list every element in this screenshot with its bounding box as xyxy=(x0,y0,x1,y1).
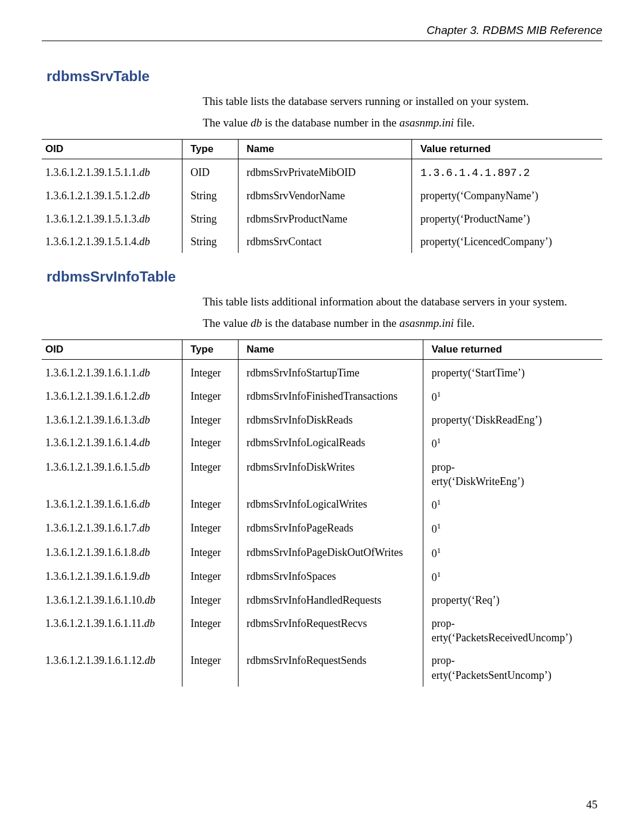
cell-type: Integer xyxy=(182,589,238,611)
col-name: Name xyxy=(238,140,411,159)
table-row: 1.3.6.1.2.1.39.1.6.1.8.dbIntegerrdbmsSrv… xyxy=(42,541,602,565)
col-name: Name xyxy=(238,340,423,360)
table-row: 1.3.6.1.2.1.39.1.6.1.5.dbIntegerrdbmsSrv… xyxy=(42,456,602,493)
cell-name: rdbmsSrvInfoRequestRecvs xyxy=(238,612,423,650)
cell-oid: 1.3.6.1.2.1.39.1.6.1.4.db xyxy=(42,431,182,455)
col-value: Value returned xyxy=(411,140,602,159)
cell-name: rdbmsSrvInfoHandledRequests xyxy=(238,589,423,611)
table-row: 1.3.6.1.2.1.39.1.6.1.2.dbIntegerrdbmsSrv… xyxy=(42,385,602,409)
cell-value: 01 xyxy=(423,431,602,455)
cell-value: 1.3.6.1.4.1.897.2 xyxy=(411,159,602,185)
chapter-header: Chapter 3. RDBMS MIB Reference xyxy=(42,24,602,41)
cell-type: Integer xyxy=(182,517,238,540)
cell-oid: 1.3.6.1.2.1.39.1.6.1.6.db xyxy=(42,493,182,517)
cell-name: rdbmsSrvInfoLogicalWrites xyxy=(238,493,423,517)
page-number: 45 xyxy=(586,798,597,811)
table-row: 1.3.6.1.2.1.39.1.6.1.3.dbIntegerrdbmsSrv… xyxy=(42,409,602,431)
table-rdbmssrvinfotable: OID Type Name Value returned 1.3.6.1.2.1… xyxy=(42,339,602,686)
cell-value: property(‘LicencedCompany’) xyxy=(411,230,602,253)
cell-value: 01 xyxy=(423,565,602,589)
cell-name: rdbmsSrvContact xyxy=(238,230,411,253)
table-row: 1.3.6.1.2.1.39.1.5.1.4.dbStringrdbmsSrvC… xyxy=(42,230,602,253)
intro-1-line1: This table lists the database servers ru… xyxy=(203,93,602,110)
intro-2-line2: The value db is the database number in t… xyxy=(203,315,602,332)
cell-name: rdbmsSrvInfoRequestSends xyxy=(238,649,423,687)
cell-oid: 1.3.6.1.2.1.39.1.6.1.5.db xyxy=(42,456,182,493)
cell-type: Integer xyxy=(182,493,238,517)
table-row: 1.3.6.1.2.1.39.1.6.1.10.dbIntegerrdbmsSr… xyxy=(42,589,602,611)
section-2-intro: This table lists additional information … xyxy=(203,293,602,331)
cell-value: 01 xyxy=(423,493,602,517)
col-oid: OID xyxy=(42,340,182,360)
cell-name: rdbmsSrvInfoPageDiskOutOfWrites xyxy=(238,541,423,565)
cell-type: Integer xyxy=(182,409,238,431)
cell-value: prop-erty(‘PacketsSentUncomp’) xyxy=(423,649,602,687)
col-type: Type xyxy=(182,140,238,159)
cell-oid: 1.3.6.1.2.1.39.1.6.1.1.db xyxy=(42,360,182,385)
cell-type: Integer xyxy=(182,565,238,589)
cell-oid: 1.3.6.1.2.1.39.1.6.1.11.db xyxy=(42,612,182,650)
intro-1-line2: The value db is the database number in t… xyxy=(203,115,602,131)
cell-oid: 1.3.6.1.2.1.39.1.5.1.1.db xyxy=(42,159,182,185)
cell-oid: 1.3.6.1.2.1.39.1.6.1.8.db xyxy=(42,541,182,565)
col-type: Type xyxy=(182,340,238,360)
cell-value: property(‘CompanyName’) xyxy=(411,184,602,207)
cell-value: 01 xyxy=(423,385,602,409)
cell-name: rdbmsSrvProductName xyxy=(238,208,411,230)
cell-name: rdbmsSrvVendorName xyxy=(238,184,411,207)
table-row: 1.3.6.1.2.1.39.1.5.1.1.dbOIDrdbmsSrvPriv… xyxy=(42,159,602,185)
cell-type: String xyxy=(182,230,238,253)
cell-name: rdbmsSrvInfoLogicalReads xyxy=(238,431,423,455)
cell-name: rdbmsSrvInfoStartupTime xyxy=(238,360,423,385)
col-oid: OID xyxy=(42,140,182,159)
cell-type: Integer xyxy=(182,456,238,493)
cell-oid: 1.3.6.1.2.1.39.1.6.1.9.db xyxy=(42,565,182,589)
table-row: 1.3.6.1.2.1.39.1.6.1.11.dbIntegerrdbmsSr… xyxy=(42,612,602,650)
cell-name: rdbmsSrvPrivateMibOID xyxy=(238,159,411,185)
cell-type: String xyxy=(182,208,238,230)
cell-type: OID xyxy=(182,159,238,185)
intro-2-line1: This table lists additional information … xyxy=(203,293,602,310)
section-title-2: rdbmsSrvInfoTable xyxy=(47,268,602,285)
section-1-intro: This table lists the database servers ru… xyxy=(203,93,602,131)
table-row: 1.3.6.1.2.1.39.1.5.1.2.dbStringrdbmsSrvV… xyxy=(42,184,602,207)
section-title-1: rdbmsSrvTable xyxy=(47,68,602,85)
cell-value: prop-erty(‘DiskWriteEng’) xyxy=(423,456,602,493)
cell-type: Integer xyxy=(182,385,238,409)
cell-type: String xyxy=(182,184,238,207)
cell-name: rdbmsSrvInfoSpaces xyxy=(238,565,423,589)
cell-oid: 1.3.6.1.2.1.39.1.6.1.12.db xyxy=(42,649,182,687)
table-row: 1.3.6.1.2.1.39.1.6.1.1.dbIntegerrdbmsSrv… xyxy=(42,360,602,385)
cell-oid: 1.3.6.1.2.1.39.1.6.1.10.db xyxy=(42,589,182,611)
cell-oid: 1.3.6.1.2.1.39.1.5.1.2.db xyxy=(42,184,182,207)
cell-value: prop-erty(‘PacketsReceivedUncomp’) xyxy=(423,612,602,650)
cell-value: property(‘StartTime’) xyxy=(423,360,602,385)
cell-name: rdbmsSrvInfoPageReads xyxy=(238,517,423,540)
cell-value: property(‘ProductName’) xyxy=(411,208,602,230)
col-value: Value returned xyxy=(423,340,602,360)
table-row: 1.3.6.1.2.1.39.1.6.1.6.dbIntegerrdbmsSrv… xyxy=(42,493,602,517)
table-row: 1.3.6.1.2.1.39.1.6.1.7.dbIntegerrdbmsSrv… xyxy=(42,517,602,540)
cell-name: rdbmsSrvInfoFinishedTransactions xyxy=(238,385,423,409)
cell-value: 01 xyxy=(423,541,602,565)
cell-type: Integer xyxy=(182,541,238,565)
cell-name: rdbmsSrvInfoDiskWrites xyxy=(238,456,423,493)
cell-type: Integer xyxy=(182,649,238,687)
cell-oid: 1.3.6.1.2.1.39.1.6.1.7.db xyxy=(42,517,182,540)
cell-oid: 1.3.6.1.2.1.39.1.5.1.3.db xyxy=(42,208,182,230)
cell-name: rdbmsSrvInfoDiskReads xyxy=(238,409,423,431)
table-row: 1.3.6.1.2.1.39.1.6.1.9.dbIntegerrdbmsSrv… xyxy=(42,565,602,589)
cell-value: property(‘Req’) xyxy=(423,589,602,611)
table-row: 1.3.6.1.2.1.39.1.6.1.12.dbIntegerrdbmsSr… xyxy=(42,649,602,687)
cell-value: 01 xyxy=(423,517,602,540)
cell-value: property(‘DiskReadEng’) xyxy=(423,409,602,431)
cell-oid: 1.3.6.1.2.1.39.1.6.1.3.db xyxy=(42,409,182,431)
cell-oid: 1.3.6.1.2.1.39.1.6.1.2.db xyxy=(42,385,182,409)
cell-type: Integer xyxy=(182,431,238,455)
table-row: 1.3.6.1.2.1.39.1.6.1.4.dbIntegerrdbmsSrv… xyxy=(42,431,602,455)
table-row: 1.3.6.1.2.1.39.1.5.1.3.dbStringrdbmsSrvP… xyxy=(42,208,602,230)
cell-type: Integer xyxy=(182,612,238,650)
table-rdbmssrvtable: OID Type Name Value returned 1.3.6.1.2.1… xyxy=(42,139,602,253)
cell-type: Integer xyxy=(182,360,238,385)
cell-oid: 1.3.6.1.2.1.39.1.5.1.4.db xyxy=(42,230,182,253)
